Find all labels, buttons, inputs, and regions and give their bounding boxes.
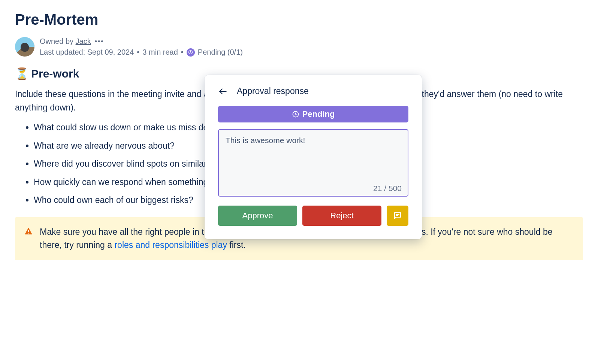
meta-line-details: Last updated: Sept 09, 2024 • 3 min read… bbox=[40, 48, 243, 57]
separator-dot: • bbox=[181, 48, 184, 57]
warning-icon bbox=[24, 227, 33, 240]
avatar[interactable] bbox=[15, 37, 34, 57]
more-menu-icon[interactable]: ••• bbox=[95, 37, 104, 45]
separator-dot: • bbox=[137, 48, 139, 57]
meta-line-owner: Owned by Jack ••• bbox=[40, 37, 243, 46]
svg-rect-1 bbox=[28, 230, 29, 232]
page-meta: Owned by Jack ••• Last updated: Sept 09,… bbox=[15, 37, 583, 57]
owned-by-prefix: Owned by bbox=[40, 37, 76, 45]
reject-button[interactable]: Reject bbox=[302, 206, 381, 226]
back-arrow-icon[interactable] bbox=[218, 87, 228, 96]
svg-rect-2 bbox=[28, 233, 29, 233]
owner-link[interactable]: Jack bbox=[76, 37, 91, 45]
page-title: Pre-Mortem bbox=[15, 11, 583, 28]
read-time-text: 3 min read bbox=[142, 48, 178, 57]
char-count: 21 / 500 bbox=[373, 184, 402, 193]
pending-banner-text: Pending bbox=[302, 109, 335, 119]
pending-status[interactable]: Pending (0/1) bbox=[187, 48, 243, 57]
note-suffix: first. bbox=[227, 240, 246, 250]
comment-wrapper: 21 / 500 bbox=[218, 129, 408, 198]
button-row: Approve Reject bbox=[218, 206, 408, 226]
popup-header: Approval response bbox=[218, 86, 408, 96]
popup-title: Approval response bbox=[237, 86, 309, 96]
pending-label: Pending (0/1) bbox=[198, 48, 243, 57]
section-heading-text: Pre-work bbox=[31, 67, 79, 80]
clock-icon bbox=[292, 110, 299, 118]
comment-icon bbox=[393, 211, 402, 220]
meta-text-block: Owned by Jack ••• Last updated: Sept 09,… bbox=[40, 37, 243, 57]
approval-popup: Approval response Pending 21 / 500 Appro… bbox=[205, 75, 422, 239]
hourglass-icon: ⏳ bbox=[15, 67, 29, 80]
comment-button[interactable] bbox=[387, 206, 408, 226]
approve-button[interactable]: Approve bbox=[218, 206, 297, 226]
clock-icon bbox=[187, 48, 195, 57]
pending-banner: Pending bbox=[218, 106, 408, 122]
note-link[interactable]: roles and responsibilities play bbox=[114, 240, 227, 250]
last-updated-text: Last updated: Sept 09, 2024 bbox=[40, 48, 134, 57]
